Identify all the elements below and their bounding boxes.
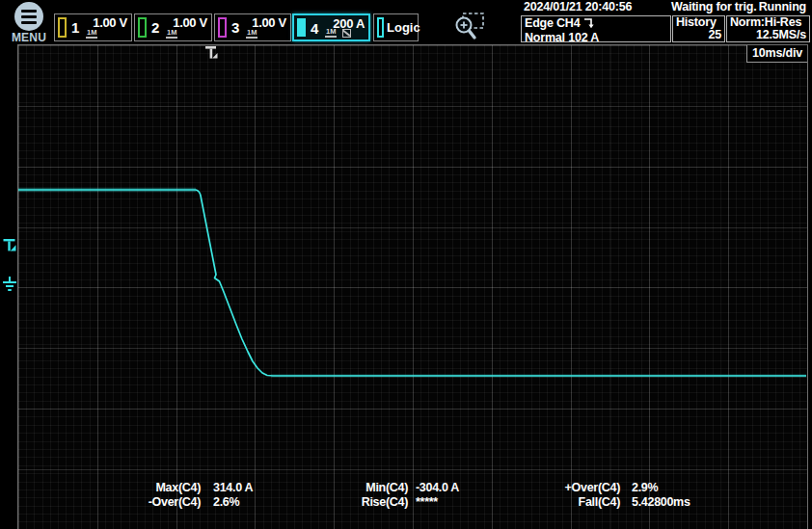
channel-2-number: 2 bbox=[151, 19, 159, 36]
channel-4-color-bar bbox=[297, 18, 306, 37]
channel-3-number: 3 bbox=[231, 19, 239, 36]
trigger-mode: Edge CH4 bbox=[525, 16, 580, 30]
channel-3-color-bar bbox=[218, 17, 227, 38]
ch4-ground-marker[interactable] bbox=[2, 277, 17, 297]
channel-2-scale: 1.00 V bbox=[173, 15, 207, 30]
trigger-status: Waiting for trig. bbox=[671, 0, 756, 13]
channel-1-coupling-icon: 1M bbox=[86, 29, 97, 39]
measure-label-min: Min(C4) bbox=[309, 481, 408, 494]
logic-color-bar bbox=[377, 17, 384, 38]
trigger-settings-box[interactable]: Edge CH4 Normal 102 A bbox=[521, 15, 671, 42]
ch4-waveform-trace bbox=[18, 45, 807, 529]
trigger-detail: Normal 102 A bbox=[525, 32, 667, 44]
measure-value-posover: 2.9% bbox=[632, 481, 658, 494]
waveform-display: 10ms/div bbox=[17, 44, 808, 529]
measure-value-max: 314.0 A bbox=[213, 481, 253, 494]
channel-2-coupling-icon: 1M bbox=[166, 29, 177, 39]
falling-edge-icon bbox=[583, 16, 596, 32]
channel-1-color-bar bbox=[58, 17, 67, 38]
measure-label-rise: Rise(C4) bbox=[309, 495, 408, 509]
measure-value-min: -304.0 A bbox=[416, 481, 459, 494]
trigger-level-marker[interactable] bbox=[2, 238, 17, 257]
acquisition-box[interactable]: Norm:Hi-Res 12.5MS/s bbox=[726, 15, 810, 42]
run-status: Running bbox=[759, 0, 806, 13]
measure-label-max: Max(C4) bbox=[68, 481, 201, 494]
measure-label-negover: -Over(C4) bbox=[68, 495, 201, 509]
channel-3-scale: 1.00 V bbox=[252, 15, 286, 30]
channel-2-box[interactable]: 2 1.00 V 1M bbox=[134, 13, 212, 41]
measure-value-fall: 5.42800ms bbox=[632, 495, 690, 509]
menu-button[interactable]: MENU bbox=[8, 1, 50, 44]
history-box[interactable]: History 25 bbox=[672, 15, 725, 42]
trigger-position-marker[interactable] bbox=[203, 46, 219, 64]
channel-3-box[interactable]: 3 1.00 V 1M bbox=[214, 13, 291, 41]
sample-rate: 12.5MS/s bbox=[730, 29, 806, 41]
measure-value-rise: ***** bbox=[416, 495, 438, 509]
zoom-search-icon[interactable] bbox=[449, 11, 488, 43]
measure-label-fall: Fall(C4) bbox=[516, 495, 620, 509]
timebase-readout[interactable]: 10ms/div bbox=[746, 45, 807, 63]
menu-label: MENU bbox=[8, 31, 50, 44]
hamburger-icon bbox=[14, 2, 43, 31]
channel-1-number: 1 bbox=[71, 19, 79, 36]
measure-value-negover: 2.6% bbox=[213, 495, 239, 509]
channel-2-color-bar bbox=[138, 17, 147, 38]
logic-box[interactable]: Logic bbox=[373, 13, 419, 41]
channel-4-number: 4 bbox=[311, 20, 318, 37]
channel-3-coupling-icon: 1M bbox=[246, 29, 257, 39]
channel-1-scale: 1.00 V bbox=[93, 15, 127, 30]
channel-4-box[interactable]: 4 200 A 1M bbox=[292, 13, 370, 41]
logic-label: Logic bbox=[387, 20, 420, 35]
datetime: 2024/01/21 20:40:56 bbox=[524, 0, 632, 13]
channel-4-coupling-icon: 1M bbox=[325, 28, 337, 38]
channel-1-box[interactable]: 1 1.00 V 1M bbox=[54, 13, 132, 41]
current-probe-icon bbox=[342, 29, 351, 38]
measure-label-posover: +Over(C4) bbox=[516, 481, 620, 494]
history-count: 25 bbox=[676, 29, 721, 41]
